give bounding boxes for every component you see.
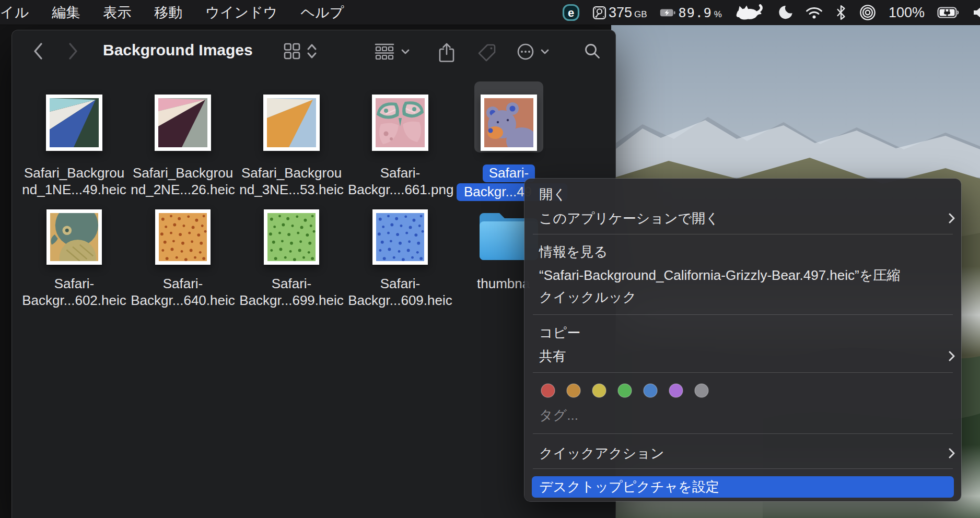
wifi-icon[interactable] <box>806 6 823 19</box>
menu-separator <box>533 234 953 234</box>
battery-detail-value: 89.9 <box>679 5 712 20</box>
tag-icon <box>476 42 497 63</box>
battery-charging-icon <box>660 7 676 18</box>
file-name: Safari-Backgr...699.heic <box>239 275 344 309</box>
menubar-item-go[interactable]: 移動 <box>154 3 182 22</box>
thumbnail-green-dots <box>264 209 319 265</box>
search-icon <box>584 42 601 60</box>
more-actions-control[interactable] <box>516 42 550 61</box>
file-name: Safari_Background_3NE...53.heic <box>239 164 344 198</box>
svg-text:e: e <box>568 6 574 19</box>
focus-moon-icon[interactable] <box>777 5 793 20</box>
disk-icon <box>592 6 606 20</box>
back-icon <box>32 42 43 61</box>
file-item[interactable]: Safari_Background_2NE...26.heic <box>131 89 235 198</box>
grid-view-icon <box>283 42 301 60</box>
menu-bar-status: e 375 GB 89.9 % <box>562 0 980 25</box>
context-menu: 開く このアプリケーションで開く 情報を見る “Safari-Backgroun… <box>524 179 961 501</box>
airdrop-icon[interactable] <box>859 4 876 21</box>
battery-percent[interactable]: 100% <box>889 5 925 21</box>
menu-item-quick-actions[interactable]: クイックアクション <box>532 444 954 463</box>
menu-item-set-desktop-picture[interactable]: デスクトップピクチャを設定 <box>532 476 954 498</box>
tag-purple[interactable] <box>668 383 684 398</box>
thumbnail-butterfly <box>372 95 428 151</box>
battery-plug-icon[interactable] <box>937 6 960 19</box>
menu-item-open-with[interactable]: このアプリケーションで開く <box>532 209 954 228</box>
file-name: Safari-Backgr...640.heic <box>131 275 235 309</box>
menubar-item-help[interactable]: ヘルプ <box>300 3 344 22</box>
finder-toolbar: Background Images <box>11 30 616 72</box>
menubar-item-window[interactable]: ウインドウ <box>205 3 277 22</box>
group-by-icon <box>374 42 395 61</box>
tag-blue[interactable] <box>643 383 658 398</box>
menu-item-copy[interactable]: コピー <box>532 323 954 342</box>
menubar-item-file[interactable]: イル <box>0 3 29 22</box>
tag-green[interactable] <box>617 383 633 398</box>
chevron-down-icon <box>540 49 550 55</box>
menu-item-share[interactable]: 共有 <box>532 347 954 366</box>
search-button[interactable] <box>584 42 601 60</box>
file-name: Safari_Background_1NE...49.heic <box>22 164 126 198</box>
thumbnail-blue-dots <box>372 209 428 265</box>
thumbnail-orange-dots <box>155 209 211 265</box>
submenu-chevron-icon <box>949 213 955 223</box>
back-button[interactable] <box>28 41 47 61</box>
file-item[interactable]: Safari-Backgr...602.heic <box>22 207 126 309</box>
chevron-down-icon <box>401 49 410 55</box>
submenu-chevron-icon <box>949 351 955 361</box>
menu-item-open[interactable]: 開く <box>532 185 954 204</box>
file-item[interactable]: Safari-Backgr....661.png <box>348 89 452 198</box>
submenu-chevron-icon <box>949 448 955 458</box>
battery-detail-status[interactable]: 89.9 % <box>660 5 722 20</box>
thumbnail-geometric-maroon <box>155 95 211 151</box>
menu-separator <box>533 468 953 469</box>
tag-gray[interactable] <box>694 383 709 398</box>
share-icon <box>438 42 456 63</box>
disk-free-unit: GB <box>634 9 647 20</box>
tag-red[interactable] <box>540 383 556 398</box>
group-by-control[interactable] <box>374 42 410 61</box>
runcat-icon[interactable] <box>734 4 765 21</box>
volume-icon[interactable] <box>973 5 980 20</box>
file-item[interactable]: Safari_Background_3NE...53.heic <box>239 89 344 198</box>
share-button[interactable] <box>438 42 456 63</box>
disk-free-value: 375 <box>609 5 632 21</box>
thumbnail-geometric-orange <box>263 95 320 151</box>
battery-detail-unit: % <box>714 9 722 20</box>
screen: イル 編集 表示 移動 ウインドウ ヘルプ e 375 GB <box>0 0 980 518</box>
menu-separator <box>533 433 953 434</box>
view-updown-chevrons <box>306 42 318 60</box>
file-item[interactable]: Safari_Background_1NE...49.heic <box>22 89 126 198</box>
thumbnail-eagle <box>46 209 102 265</box>
menu-item-get-info[interactable]: 情報を見る <box>532 242 954 261</box>
tag-color-row <box>540 383 709 398</box>
tag-button[interactable] <box>476 42 497 63</box>
thumbnail-grizzly-bear <box>481 95 537 151</box>
file-name: Safari-Backgr...602.heic <box>22 275 126 309</box>
menu-separator <box>533 314 953 315</box>
menu-item-quick-look[interactable]: クイックルック <box>532 288 954 307</box>
file-item[interactable]: Safari-Backgr...699.heic <box>239 207 344 309</box>
menu-item-compress[interactable]: “Safari-Background_California-Grizzly-Be… <box>532 266 954 285</box>
menu-item-tags[interactable]: タグ... <box>532 406 954 425</box>
menu-bar-menus: イル 編集 表示 移動 ウインドウ ヘルプ <box>0 0 344 25</box>
forward-button[interactable] <box>64 41 83 61</box>
file-item[interactable]: Safari-Backgr...640.heic <box>131 207 235 309</box>
file-name: Safari-Backgr...609.heic <box>348 275 452 309</box>
window-title: Background Images <box>103 41 253 59</box>
tag-orange[interactable] <box>566 383 581 398</box>
file-name: Safari-Backgr....661.png <box>348 164 452 198</box>
bluetooth-icon[interactable] <box>835 4 847 21</box>
eset-icon[interactable]: e <box>562 4 580 21</box>
file-item[interactable]: Safari-Backgr...609.heic <box>348 207 452 309</box>
forward-icon <box>68 42 79 61</box>
thumbnail-geometric-blue <box>46 95 102 151</box>
disk-status[interactable]: 375 GB <box>592 5 647 21</box>
menu-separator <box>533 372 953 373</box>
more-icon <box>516 42 535 61</box>
tag-yellow[interactable] <box>591 383 607 398</box>
menubar-item-view[interactable]: 表示 <box>103 3 131 22</box>
file-name: Safari_Background_2NE...26.heic <box>131 164 235 198</box>
view-mode-control[interactable] <box>283 42 318 60</box>
menubar-item-edit[interactable]: 編集 <box>52 3 80 22</box>
